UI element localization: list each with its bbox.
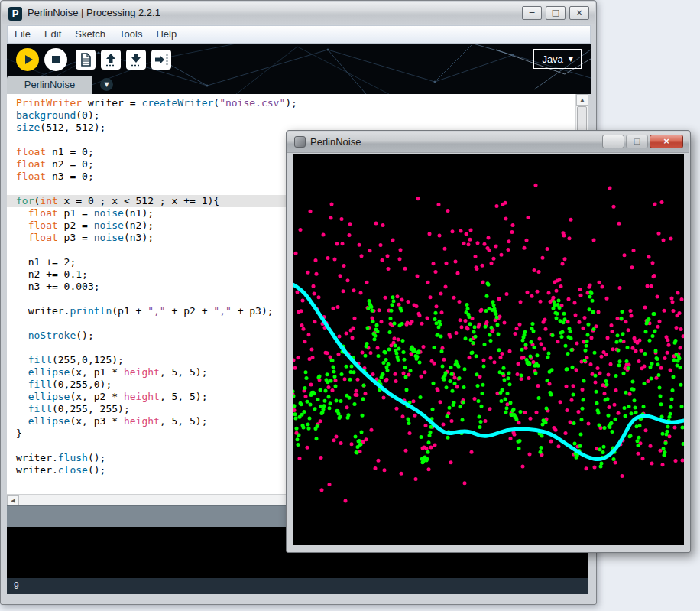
maximize-icon[interactable]: □ xyxy=(546,6,566,20)
java-app-icon xyxy=(294,136,306,148)
code-token: (n3); xyxy=(124,232,154,243)
code-token: float xyxy=(16,171,46,182)
code-token: createWriter xyxy=(141,97,213,109)
code-token: (255,0,125); xyxy=(52,354,124,366)
code-token: noStroke xyxy=(28,330,76,341)
code-token: float xyxy=(16,146,46,158)
code-token xyxy=(16,219,28,231)
code-token: noise xyxy=(94,232,124,243)
code-token xyxy=(16,232,28,243)
code-token xyxy=(16,415,28,427)
sketch-window-controls: ─ □ × xyxy=(602,135,683,148)
code-token: , 5, 5); xyxy=(160,366,208,378)
code-token xyxy=(16,379,28,390)
stop-icon xyxy=(44,48,67,71)
menu-help[interactable]: Help xyxy=(149,26,183,43)
code-token: (x, p3 * xyxy=(70,415,123,427)
code-token: (n2); xyxy=(124,219,154,231)
code-token: (0,255, 255); xyxy=(52,403,130,414)
maximize-icon[interactable]: □ xyxy=(626,135,648,148)
code-token: p2 = xyxy=(58,219,94,231)
code-token: (p1 + xyxy=(112,305,147,317)
code-token: p3 = xyxy=(58,232,94,243)
code-token: fill xyxy=(28,379,52,390)
menubar: File Edit Sketch Tools Help xyxy=(7,25,591,44)
code-token: float xyxy=(16,158,46,170)
minimize-icon[interactable]: ─ xyxy=(602,135,624,148)
stop-button[interactable] xyxy=(44,48,67,71)
code-token: "noise.csv" xyxy=(219,97,285,109)
ide-titlebar[interactable]: P PerlinNoise | Processing 2.2.1 ─ □ × xyxy=(2,2,595,24)
menu-sketch[interactable]: Sketch xyxy=(68,26,112,43)
code-token xyxy=(16,391,28,402)
code-token: float xyxy=(28,219,58,231)
code-token: x = 0 ; x < 512 ; x += 1){ xyxy=(58,195,219,206)
code-token: + p2 + xyxy=(166,305,214,317)
code-token: writer = xyxy=(82,97,141,109)
new-document-icon xyxy=(76,50,96,70)
new-sketch-button[interactable] xyxy=(76,50,96,70)
code-token xyxy=(16,330,28,341)
sketch-titlebar[interactable]: PerlinNoise ─ □ × xyxy=(287,132,689,153)
arrow-right-icon xyxy=(151,50,171,70)
close-icon[interactable]: × xyxy=(650,135,683,148)
code-token: "," xyxy=(147,305,165,317)
menu-edit[interactable]: Edit xyxy=(37,26,68,43)
code-token: println xyxy=(70,305,112,317)
code-token xyxy=(16,366,28,378)
mode-selector-java[interactable]: Java ▼ xyxy=(533,49,582,69)
scroll-up-icon[interactable]: ▲ xyxy=(576,94,588,106)
scroll-left-icon[interactable]: ◀ xyxy=(7,495,19,505)
code-token: height xyxy=(124,391,160,402)
open-button[interactable] xyxy=(101,50,121,70)
code-token: size xyxy=(16,122,40,133)
processing-logo-icon: P xyxy=(8,7,22,21)
code-line[interactable]: PrintWriter writer = createWriter("noise… xyxy=(7,97,575,109)
tab-menu-button[interactable]: ▼ xyxy=(100,78,113,91)
export-button[interactable] xyxy=(151,50,171,70)
code-token: fill xyxy=(28,354,52,366)
chevron-down-icon: ▼ xyxy=(104,81,109,88)
minimize-icon[interactable]: ─ xyxy=(522,6,542,20)
code-token: (0,255,0); xyxy=(52,379,112,390)
code-token: (); xyxy=(76,330,93,341)
code-token: n3 += 0.003; xyxy=(16,281,100,292)
menu-file[interactable]: File xyxy=(8,26,37,43)
code-token: noise xyxy=(94,207,124,219)
code-token: n2 += 0.1; xyxy=(16,268,88,280)
code-line[interactable]: background(0); xyxy=(7,109,575,122)
code-token: writer. xyxy=(16,464,58,476)
tab-perlinnoise[interactable]: PerlinNoise xyxy=(7,76,92,94)
sketch-window-title: PerlinNoise xyxy=(310,132,361,153)
code-token xyxy=(16,403,28,414)
arrow-up-icon xyxy=(101,50,121,70)
code-token: for xyxy=(16,195,34,206)
toolbar: Java ▼ PerlinNoise ▼ xyxy=(7,44,591,94)
code-token: p1 = xyxy=(58,207,94,219)
code-token: (512, 512); xyxy=(40,122,105,133)
sketch-canvas xyxy=(293,154,684,545)
play-icon xyxy=(16,48,39,71)
code-token: float xyxy=(28,207,58,219)
code-token xyxy=(16,207,28,219)
code-token: close xyxy=(58,464,88,476)
code-token: (n1); xyxy=(124,207,154,219)
arrow-down-icon xyxy=(126,50,146,70)
menu-tools[interactable]: Tools xyxy=(112,26,149,43)
code-token: fill xyxy=(28,403,52,414)
save-button[interactable] xyxy=(126,50,146,70)
code-token xyxy=(16,354,28,366)
code-token: n3 = 0; xyxy=(46,171,94,182)
line-number-status: 9 xyxy=(7,578,588,594)
code-token: noise xyxy=(94,219,124,231)
mode-label: Java xyxy=(542,54,562,65)
code-token: n2 = 0; xyxy=(46,158,94,170)
code-token: (); xyxy=(88,464,105,476)
close-icon[interactable]: × xyxy=(569,6,589,20)
code-token: (0); xyxy=(76,109,99,121)
code-token: ellipse xyxy=(28,415,70,427)
sketch-window: PerlinNoise ─ □ × xyxy=(286,130,691,553)
code-token: n1 += 2; xyxy=(16,256,76,268)
run-button[interactable] xyxy=(16,48,39,71)
code-token: int xyxy=(40,195,57,206)
